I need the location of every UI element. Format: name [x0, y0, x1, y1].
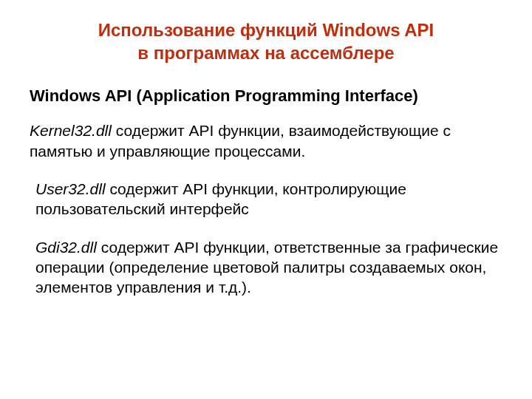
subtitle: Windows API (Application Programming Int… [30, 86, 502, 106]
dll-name-user32: User32.dll [35, 180, 106, 197]
paragraph-text-gdi32: содержит API функции, ответственные за г… [35, 239, 498, 296]
paragraph-kernel32: Kernel32.dll содержит API функции, взаим… [30, 120, 502, 161]
paragraph-user32: User32.dll содержит API функции, контрол… [35, 179, 502, 219]
dll-name-gdi32: Gdi32.dll [35, 239, 97, 256]
dll-name-kernel32: Kernel32.dll [30, 122, 112, 139]
title-line-2: в программах на ассемблере [137, 43, 394, 63]
page-title: Использование функций Windows API в прог… [30, 18, 502, 64]
paragraph-gdi32: Gdi32.dll содержит API функции, ответств… [35, 237, 502, 298]
title-line-1: Использование функций Windows API [98, 20, 434, 40]
